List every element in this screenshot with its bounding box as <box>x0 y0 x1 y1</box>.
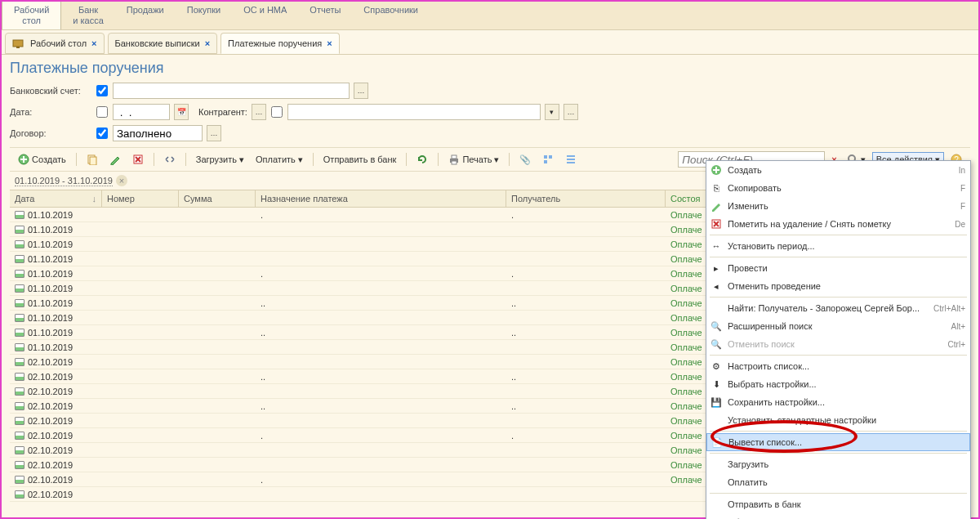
col-number-header[interactable]: Номер <box>102 190 179 207</box>
tab-close-2[interactable]: × <box>327 38 332 48</box>
send-to-bank-button[interactable]: Отправить в банк <box>320 153 400 166</box>
counterparty-select-btn[interactable]: … <box>252 104 266 120</box>
paperclip-icon: 📎 <box>519 154 531 165</box>
copy-button[interactable] <box>83 152 101 167</box>
menu-item-16[interactable]: 💾Сохранить настройки... <box>706 393 970 411</box>
pencil-icon <box>109 154 121 165</box>
menu-item-10[interactable]: Найти: Получатель - Запорожец Сергей Бор… <box>706 299 970 317</box>
clear-period-button[interactable]: × <box>116 175 127 186</box>
col-purpose-header[interactable]: Назначение платежа <box>256 190 506 207</box>
print-button[interactable]: Печать ▾ <box>445 152 502 167</box>
blank-icon <box>710 476 723 489</box>
refresh-icon: ⟳ <box>710 516 723 519</box>
svg-rect-13 <box>567 159 575 160</box>
counterparty-input[interactable] <box>287 104 541 120</box>
document-posted-icon <box>15 226 24 234</box>
menu-item-24[interactable]: Отправить в банк <box>706 495 970 513</box>
col-date-header[interactable]: Дата↓ <box>10 190 102 207</box>
menu-item-12: 🔍Отменить поискCtrl+ <box>706 335 970 353</box>
search-icon: 🔍 <box>710 320 723 333</box>
contract-checkbox[interactable] <box>96 128 108 139</box>
menu-item-1[interactable]: ⎘СкопироватьF <box>706 179 970 197</box>
load-button[interactable]: Загрузить ▾ <box>193 153 247 167</box>
pencil-icon <box>710 199 723 213</box>
list-button[interactable] <box>562 152 580 167</box>
menu-item-25[interactable]: ⟳ОбновитьF <box>706 513 970 519</box>
period-button[interactable] <box>161 152 179 167</box>
menu-item-21[interactable]: Загрузить <box>706 455 970 473</box>
menu-item-8[interactable]: ◂Отменить проведение <box>706 277 970 295</box>
delete-button[interactable] <box>129 152 147 167</box>
bank-account-select-btn[interactable]: … <box>354 83 368 99</box>
main-menu-item-5[interactable]: Отчеты <box>298 2 352 29</box>
blank-icon <box>710 498 723 511</box>
plus-icon <box>710 163 723 177</box>
tab-close-1[interactable]: × <box>205 38 210 48</box>
contract-select-btn[interactable]: … <box>207 125 221 141</box>
attach-button[interactable]: 📎 <box>516 153 534 167</box>
tab-0[interactable]: Рабочий стол× <box>5 33 105 54</box>
menu-item-0[interactable]: СоздатьIn <box>706 161 970 179</box>
create-button[interactable]: Создать <box>15 152 69 167</box>
menu-item-7[interactable]: ▸Провести <box>706 259 970 277</box>
svg-rect-11 <box>544 160 547 163</box>
period-icon: ↔ <box>710 239 723 253</box>
copy-icon <box>87 154 98 165</box>
col-recipient-header[interactable]: Получатель <box>506 190 666 207</box>
main-menu-item-2[interactable]: Продажи <box>115 2 176 29</box>
post-icon: ▸ <box>710 262 723 275</box>
main-menu-item-0[interactable]: Рабочийстол <box>2 2 61 29</box>
main-menu-item-1[interactable]: Банки касса <box>61 2 115 29</box>
save-cfg-icon: 💾 <box>710 396 723 409</box>
menu-item-15[interactable]: ⬇Выбрать настройки... <box>706 375 970 393</box>
tab-2[interactable]: Платежные поручения× <box>220 33 340 54</box>
document-posted-icon <box>15 446 24 454</box>
page-title: Платежные поручения <box>10 60 970 77</box>
document-posted-icon <box>15 461 24 469</box>
document-posted-icon <box>15 329 24 337</box>
document-posted-icon <box>15 270 24 278</box>
main-menu-item-4[interactable]: ОС и НМА <box>232 2 298 29</box>
contract-input[interactable] <box>113 125 203 141</box>
bank-account-checkbox[interactable] <box>96 85 108 96</box>
main-menu-item-6[interactable]: Справочники <box>352 2 430 29</box>
refresh-button[interactable] <box>413 152 431 167</box>
blank-icon <box>710 414 723 427</box>
document-posted-icon <box>15 314 24 322</box>
main-menu-item-3[interactable]: Покупки <box>176 2 232 29</box>
menu-item-22[interactable]: Оплатить <box>706 473 970 491</box>
bank-account-input[interactable] <box>113 83 350 99</box>
list-icon <box>565 154 577 165</box>
date-input[interactable] <box>113 104 170 120</box>
printer-icon <box>448 154 460 165</box>
menu-item-3[interactable]: Пометить на удаление / Снять пометкуDe <box>706 215 970 233</box>
menu-item-17[interactable]: Установить стандартные настройки <box>706 411 970 429</box>
cfg-icon: ⚙ <box>710 360 723 373</box>
date-calendar-btn[interactable]: 📅 <box>174 104 189 120</box>
context-menu: СоздатьIn⎘СкопироватьFИзменитьFПометить … <box>706 160 971 519</box>
counterparty-dropdown-btn[interactable]: ▾ <box>545 104 559 120</box>
menu-item-19[interactable]: 📄Вывести список... <box>706 433 970 451</box>
structure-button[interactable] <box>539 152 557 167</box>
tab-close-0[interactable]: × <box>91 38 96 48</box>
counterparty-checkbox[interactable] <box>271 106 283 118</box>
edit-button[interactable] <box>106 152 124 167</box>
menu-item-14[interactable]: ⚙Настроить список... <box>706 357 970 375</box>
pay-button[interactable]: Оплатить ▾ <box>252 153 306 167</box>
col-sum-header[interactable]: Сумма <box>179 190 256 207</box>
date-label: Дата: <box>10 107 91 117</box>
menu-item-5[interactable]: ↔Установить период... <box>706 237 970 255</box>
document-posted-icon <box>15 490 24 499</box>
refresh-icon <box>416 154 428 165</box>
document-posted-icon <box>15 240 24 248</box>
del-icon <box>710 217 723 230</box>
bank-account-label: Банковский счет: <box>10 86 91 96</box>
document-posted-icon <box>15 255 24 263</box>
menu-item-11[interactable]: 🔍Расширенный поискAlt+ <box>706 317 970 335</box>
counterparty-more-btn[interactable]: … <box>564 104 578 120</box>
svg-rect-9 <box>544 155 547 159</box>
menu-item-2[interactable]: ИзменитьF <box>706 197 970 215</box>
date-checkbox[interactable] <box>96 106 108 118</box>
contract-label: Договор: <box>10 128 91 138</box>
tab-1[interactable]: Банковские выписки× <box>108 33 218 54</box>
